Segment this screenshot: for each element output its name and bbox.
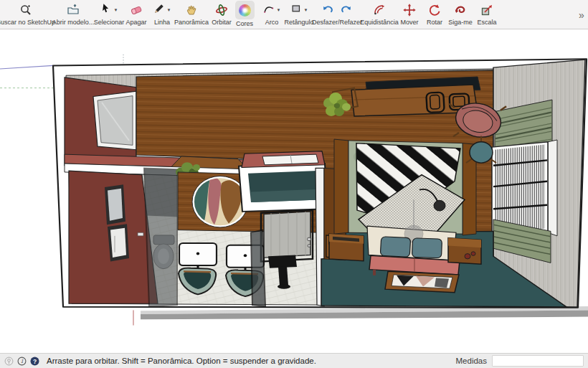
window-blinds[interactable] <box>492 142 548 234</box>
scale-tool-button[interactable]: Escala <box>455 2 519 26</box>
svg-text:?: ? <box>33 357 37 364</box>
geolocation-icon[interactable] <box>4 357 14 366</box>
scale-icon <box>480 2 493 18</box>
svg-text:i: i <box>21 357 24 364</box>
ground-plane-edge[interactable] <box>141 306 588 319</box>
vanity-sink-left[interactable] <box>179 243 217 295</box>
toolbar: Buscar no SketchUp Abrir modelo... ▼ Sel… <box>0 0 588 29</box>
window-frame <box>548 140 557 236</box>
measurements-input[interactable] <box>492 355 584 367</box>
pillow-left <box>380 237 410 258</box>
hanging-lamp <box>434 200 445 211</box>
status-bar: i ? Arraste para orbitar. Shift = Panorâ… <box>0 353 588 368</box>
closet-room[interactable] <box>65 77 136 166</box>
help-icon[interactable]: ? <box>30 357 39 366</box>
sketchup-window: Buscar no SketchUp Abrir modelo... ▼ Sel… <box>0 0 588 368</box>
model-scene[interactable] <box>0 29 588 353</box>
undo-icon[interactable] <box>322 3 334 18</box>
toolbar-overflow-chevron[interactable]: » <box>579 9 583 21</box>
nightstand-right[interactable] <box>448 238 481 265</box>
shower-glass <box>251 230 265 306</box>
tool-label: Escala <box>477 19 496 26</box>
bedroom[interactable] <box>321 60 585 307</box>
niche-console[interactable] <box>239 151 327 212</box>
bathroom[interactable] <box>69 151 327 306</box>
floor-tray[interactable] <box>385 271 459 292</box>
status-hint: Arraste para orbitar. Shift = Panorâmica… <box>47 357 316 365</box>
search-icon <box>19 2 32 18</box>
nightstand-left[interactable] <box>329 234 364 261</box>
credits-info-icon[interactable]: i <box>17 357 27 366</box>
pillow-right <box>412 238 442 258</box>
model-viewport[interactable] <box>0 29 588 353</box>
measurements-label: Medidas <box>456 357 487 365</box>
